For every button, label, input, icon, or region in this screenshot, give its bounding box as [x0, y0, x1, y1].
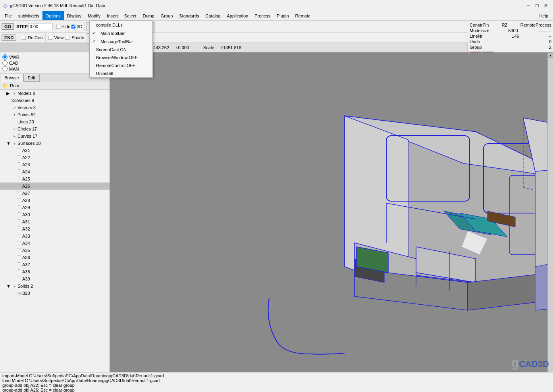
tree-item[interactable]: ⌒A35 — [0, 247, 110, 254]
viewport[interactable]: ▲ ▼ — [110, 52, 553, 392]
3d-checkbox[interactable] — [71, 24, 76, 29]
folder-icon: 📁 — [2, 83, 8, 88]
right-scrollbar[interactable]: ▲ ▼ — [547, 52, 553, 392]
radio-man[interactable] — [2, 66, 8, 71]
dropdown-browser-window[interactable]: BrowserWindow OFF — [90, 54, 152, 61]
constrpln-label: ConstrPln — [470, 23, 489, 27]
go-button[interactable]: GO — [2, 23, 14, 30]
rotcen-checkbox[interactable] — [22, 35, 26, 40]
tree-item[interactable]: ↗Vectors 3 — [0, 104, 110, 111]
scale-val: +1451.816 — [221, 45, 241, 50]
tree-item[interactable]: ⌒A25 — [0, 175, 110, 183]
maximize-button[interactable]: □ — [533, 2, 541, 10]
tree-item[interactable]: ▼▾Surfaces 18 — [0, 140, 110, 147]
dropdown-compile-dlls[interactable]: compile DLLs — [90, 21, 152, 29]
menu-select[interactable]: Select — [121, 11, 140, 20]
tree-item[interactable]: ▶▾Models 8 — [0, 90, 110, 97]
tree-item[interactable]: ◎B20 — [0, 290, 110, 297]
status-line-3: group-add obj A22; Esc = clear group — [2, 383, 551, 388]
menu-catalog[interactable]: Catalog — [202, 11, 224, 20]
tab-browse[interactable]: Browse — [0, 74, 23, 82]
tree-item-label: A22 — [22, 155, 108, 160]
tree-toggle-icon[interactable]: ▼ — [6, 284, 11, 288]
close-button[interactable]: ✕ — [542, 2, 550, 10]
menu-remote[interactable]: Remote — [292, 11, 314, 20]
tree-item[interactable]: ⌒A32 — [0, 225, 110, 233]
tree-item[interactable]: ⌒A24 — [0, 168, 110, 175]
minimize-button[interactable]: ─ — [524, 2, 532, 10]
tree-panel[interactable]: ▶▾Models 8123Values 6↗Vectors 3•Points 5… — [0, 90, 110, 392]
dropdown-message-toolbar[interactable]: ✓MessageToolBar — [90, 37, 152, 46]
tree-item-icon: ⌒ — [16, 198, 22, 203]
menu-process[interactable]: Process — [251, 11, 274, 20]
menu-standards[interactable]: Standards — [176, 11, 202, 20]
menu-file[interactable]: File — [2, 11, 15, 20]
menu-help[interactable]: Help — [536, 11, 551, 20]
tree-header-label: Rem — [10, 83, 19, 88]
dropdown-screencast[interactable]: ScreenCast ON — [90, 46, 152, 54]
end-button[interactable]: END — [2, 35, 16, 41]
scroll-up-btn[interactable]: ▲ — [548, 52, 553, 58]
tree-item[interactable]: ⌒A29 — [0, 204, 110, 211]
tree-item[interactable]: ⌒A27 — [0, 190, 110, 197]
tree-item[interactable]: ⌒A36 — [0, 254, 110, 261]
menu-group[interactable]: Group — [158, 11, 176, 20]
tree-item-icon: ⌒ — [16, 226, 22, 232]
view-checkbox[interactable] — [48, 35, 52, 40]
radio-cad-label: CAD — [9, 61, 18, 65]
tree-item[interactable]: ⌒A38 — [0, 268, 110, 275]
right-panel: ConstrPln RZ RemoteProcess Modelsize 500… — [468, 21, 553, 52]
tree-item[interactable]: ▼▾Solids 2 — [0, 282, 110, 290]
menu-application[interactable]: Application — [224, 11, 251, 20]
tree-item[interactable]: ⌒A31 — [0, 218, 110, 225]
tree-item-label: A26 — [22, 184, 108, 188]
radio-vwr[interactable] — [2, 54, 8, 60]
tree-item[interactable]: ⌒A23 — [0, 161, 110, 168]
group-label: Group — [470, 45, 482, 50]
shade-checkbox[interactable] — [66, 35, 70, 40]
menu-insert[interactable]: Insert — [104, 11, 121, 20]
tree-item-label: A30 — [22, 212, 108, 217]
tree-item-label: A28 — [22, 198, 108, 203]
menu-submodels[interactable]: subModels — [15, 11, 42, 20]
tree-item[interactable]: ⌒A22 — [0, 154, 110, 161]
tree-item[interactable]: ⌒A28 — [0, 197, 110, 204]
tree-toggle-icon[interactable]: ▼ — [6, 141, 11, 146]
tree-item[interactable]: ⌒A30 — [0, 211, 110, 218]
tree-item[interactable]: ─Lines 20 — [0, 118, 110, 125]
tree-item-icon: ⌒ — [16, 148, 22, 153]
tree-item-label: A23 — [22, 162, 108, 167]
tree-item[interactable]: ⌒A39 — [0, 275, 110, 282]
tree-item[interactable]: ○Circles 17 — [0, 125, 110, 133]
dropdown-main-toolbar[interactable]: ✓MainToolBar — [90, 29, 152, 37]
menu-plugin[interactable]: Plugin — [274, 11, 292, 20]
menu-dump[interactable]: Dump — [139, 11, 157, 20]
tree-item-label: Solids 2 — [17, 284, 108, 288]
tree-item[interactable]: •Points 52 — [0, 111, 110, 118]
tree-item[interactable]: ⌒A26 — [0, 183, 110, 190]
modelsize-label: Modelsize — [470, 28, 489, 33]
radio-cad[interactable] — [2, 60, 8, 65]
tree-item[interactable]: ∿Curves 17 — [0, 133, 110, 140]
dropdown-remote-control[interactable]: RemoteControl OFF — [90, 61, 152, 69]
tree-item-label: A29 — [22, 205, 108, 210]
tree-item[interactable]: ⌒A37 — [0, 261, 110, 268]
tree-item-icon: ⌒ — [16, 269, 22, 275]
dropdown-uninstall[interactable]: Uninstall — [90, 69, 152, 77]
tree-item[interactable]: ⌒A34 — [0, 240, 110, 247]
undo-label: Undo — [470, 39, 480, 44]
tree-item-label: Circles 17 — [17, 127, 108, 131]
tree-toggle-icon[interactable]: ▶ — [6, 91, 11, 96]
tree-item-icon: ▾ — [11, 140, 17, 146]
tree-item[interactable]: ⌒A33 — [0, 233, 110, 240]
menu-display[interactable]: Display — [64, 11, 85, 20]
tree-item-label: Vectors 3 — [17, 105, 108, 110]
step-input[interactable] — [29, 23, 52, 30]
menu-modify[interactable]: Modify — [85, 11, 104, 20]
tab-edit[interactable]: Edit — [23, 74, 40, 82]
tree-item[interactable]: 123Values 6 — [0, 97, 110, 104]
radio-vwr-label: VWR — [9, 55, 19, 60]
menu-options[interactable]: Options — [42, 11, 64, 20]
hide-checkbox[interactable] — [56, 24, 60, 29]
tree-item[interactable]: ⌒A21 — [0, 147, 110, 154]
